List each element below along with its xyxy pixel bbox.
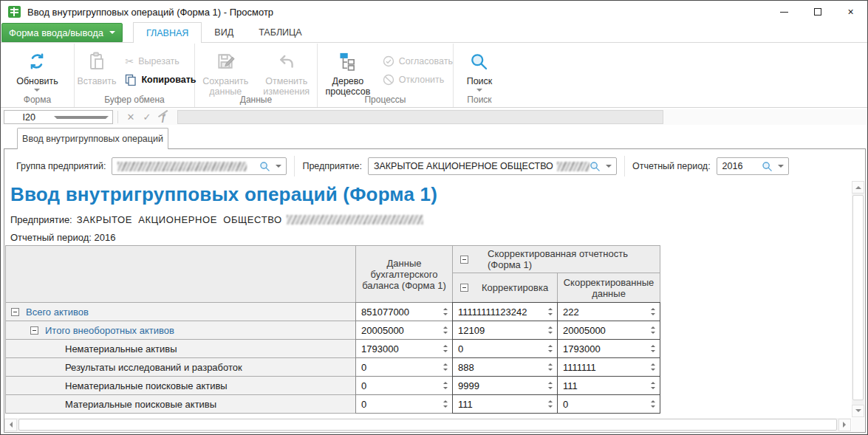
row-label[interactable]: Нематериальные поисковые активы (65, 380, 228, 391)
approve-button[interactable]: Согласовать (383, 55, 453, 67)
reject-button[interactable]: Отклонить (383, 74, 453, 86)
horizontal-scrollbar[interactable] (4, 418, 851, 431)
scroll-left-button[interactable] (4, 419, 17, 431)
document-tab-bar: Ввод внутригрупповых операций (1, 128, 867, 149)
app-menu-button[interactable]: Форма ввода/вывода (1, 23, 123, 42)
table-row: Нематериальные активы 1793000 0 1793000 (5, 339, 661, 358)
period-filter-label: Отчетный период: (632, 161, 711, 171)
spinner-icon[interactable] (547, 344, 554, 353)
period-filter-value: 2016 (722, 161, 743, 171)
tab-view[interactable]: ВИД (202, 22, 246, 42)
scroll-up-button[interactable] (852, 181, 864, 193)
formula-input[interactable] (177, 110, 663, 124)
group-label-data: Данные (195, 95, 317, 105)
enterprise-line-label: Предприятие: (10, 214, 72, 225)
search-label: Поиск (467, 76, 493, 86)
spinner-icon[interactable] (547, 363, 554, 371)
collapse-icon[interactable] (460, 256, 468, 264)
chevron-down-icon[interactable] (276, 165, 281, 171)
header-adjustment: Корректировка (452, 273, 558, 303)
spinner-icon[interactable] (442, 326, 449, 335)
vertical-scrollbar[interactable] (852, 181, 864, 417)
cut-button[interactable]: ✂ Вырезать (125, 55, 196, 67)
cell-reference-box[interactable]: I20 (4, 110, 113, 124)
spinner-icon[interactable] (649, 363, 657, 371)
undo-changes-button[interactable]: Отменить изменения (256, 47, 318, 97)
adjusted-cell[interactable]: 1793000 (557, 339, 660, 358)
enterprise-filter-input[interactable]: ЗАКРЫТОЕ АКЦИОНЕРНОЕ ОБЩЕСТВО (368, 157, 617, 175)
spinner-icon[interactable] (442, 307, 449, 316)
scroll-right-button[interactable] (838, 419, 851, 431)
spinner-icon[interactable] (649, 344, 657, 353)
adjusted-cell[interactable]: 222 (557, 302, 660, 321)
tab-main[interactable]: ГЛАВНАЯ (133, 22, 202, 43)
paste-button[interactable]: Вставить (72, 47, 120, 86)
row-label[interactable]: Материальные поисковые активы (65, 399, 216, 410)
process-tree-button[interactable]: Дерево процессов (318, 47, 378, 97)
collapse-icon[interactable] (11, 308, 19, 316)
spinner-icon[interactable] (649, 400, 657, 408)
adjustment-cell[interactable]: 11111111123242 (452, 302, 558, 321)
chevron-down-icon[interactable] (606, 165, 612, 171)
spinner-icon[interactable] (649, 307, 657, 316)
row-label[interactable]: Итого внеоборотных активов (45, 325, 174, 336)
adjustment-cell[interactable]: 12109 (452, 321, 558, 340)
adjusted-cell[interactable]: 20005000 (557, 321, 660, 340)
spinner-icon[interactable] (442, 400, 449, 408)
balance-cell[interactable]: 851077000 (355, 302, 453, 321)
horizontal-scroll-thumb[interactable] (18, 419, 837, 431)
spinner-icon[interactable] (649, 381, 657, 390)
document-tab[interactable]: Ввод внутригрупповых операций (17, 128, 168, 149)
maximize-button[interactable] (801, 1, 834, 23)
row-label[interactable]: Нематериальные активы (65, 343, 177, 354)
tab-table[interactable]: ТАБЛИЦА (246, 22, 315, 42)
spinner-icon[interactable] (547, 381, 554, 390)
page-title: Ввод внутригрупповых операций (Форма 1) (10, 183, 437, 206)
search-button[interactable]: Поиск (462, 47, 497, 95)
adjustment-cell[interactable]: 0 (452, 339, 558, 358)
enterprise-filter-label: Предприятие: (302, 161, 362, 171)
enter-check-icon[interactable]: ✓ (139, 112, 155, 123)
adjusted-cell[interactable]: 0 (557, 394, 660, 414)
balance-cell[interactable]: 0 (355, 357, 453, 377)
spinner-icon[interactable] (547, 326, 554, 335)
balance-cell[interactable]: 1793000 (355, 339, 453, 358)
row-label[interactable]: Всего активов (26, 306, 89, 318)
period-filter-input[interactable]: 2016 (717, 157, 789, 175)
adjusted-cell[interactable]: 1111111 (557, 357, 660, 377)
chevron-down-icon (34, 89, 40, 95)
spinner-icon[interactable] (442, 344, 449, 353)
search-icon[interactable] (590, 161, 601, 172)
spinner-icon[interactable] (442, 363, 449, 371)
adjustment-cell[interactable]: 888 (452, 357, 558, 377)
spinner-icon[interactable] (649, 326, 657, 335)
spinner-icon[interactable] (547, 307, 554, 316)
copy-button[interactable]: Копировать (125, 74, 196, 86)
minimize-button[interactable] (768, 1, 801, 23)
adjustment-cell[interactable]: 111 (452, 394, 558, 414)
balance-cell[interactable]: 20005000 (355, 321, 453, 340)
close-button[interactable]: × (834, 1, 867, 23)
collapse-icon[interactable] (460, 284, 468, 292)
search-icon[interactable] (762, 161, 773, 172)
save-data-button[interactable]: Сохранить данные (195, 47, 256, 97)
paste-label: Вставить (77, 76, 116, 86)
search-icon[interactable] (259, 161, 270, 172)
chevron-down-icon[interactable] (778, 165, 784, 171)
adjusted-cell[interactable]: 111 (557, 376, 660, 395)
refresh-button[interactable]: Обновить (12, 47, 63, 95)
refresh-icon (27, 49, 47, 73)
function-icon[interactable]: ƒ (155, 112, 171, 123)
row-label[interactable]: Результаты исследований и разработок (65, 362, 242, 373)
scissors-icon: ✂ (125, 55, 134, 67)
balance-cell[interactable]: 0 (355, 394, 453, 414)
cancel-icon[interactable]: ✕ (123, 112, 139, 123)
scroll-down-button[interactable] (852, 405, 864, 417)
collapse-icon[interactable] (30, 326, 38, 335)
balance-cell[interactable]: 0 (355, 376, 453, 395)
spinner-icon[interactable] (547, 400, 554, 408)
group-filter-input[interactable] (112, 157, 287, 175)
adjustment-cell[interactable]: 9999 (452, 376, 558, 395)
vertical-scroll-thumb[interactable] (852, 195, 864, 400)
spinner-icon[interactable] (442, 381, 449, 390)
